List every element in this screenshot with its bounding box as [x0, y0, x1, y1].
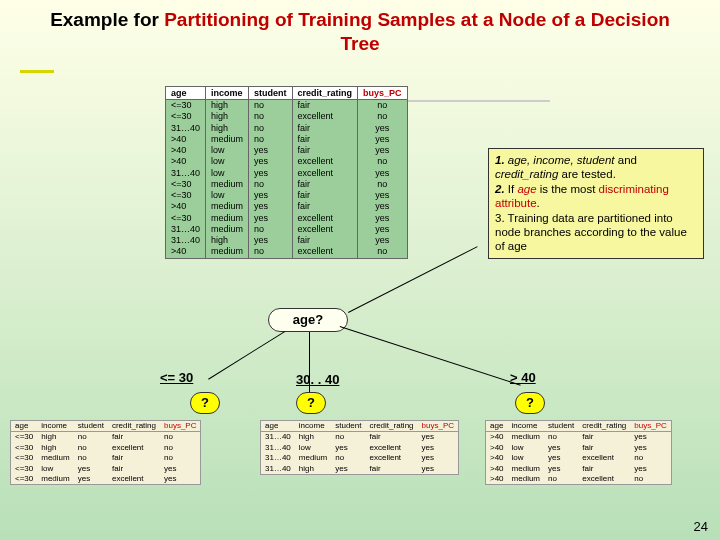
col-header: age [166, 87, 206, 100]
table-row: >40mediumnoexcellentno [486, 474, 672, 485]
col-header: income [508, 421, 544, 432]
table-row: <=30mediumyesexcellentyes [11, 474, 201, 485]
col-header: credit_rating [292, 87, 358, 100]
partition-table-left: ageincomestudentcredit_ratingbuys_PC<=30… [10, 420, 201, 485]
table-row: >40mediumnofairyes [166, 134, 408, 145]
child-node-1: ? [190, 392, 220, 414]
col-header: buys_PC [358, 87, 408, 100]
table-row: 31…40lowyesexcellentyes [166, 168, 408, 179]
table-row: >40lowyesfairyes [486, 443, 672, 453]
table-row: <=30lowyesfairyes [166, 190, 408, 201]
table-row: <=30highnofairno [11, 432, 201, 443]
col-header: buys_PC [160, 421, 201, 432]
col-header: income [295, 421, 331, 432]
table-row: <=30mediumnofairno [11, 453, 201, 463]
table-row: 31…40mediumnoexcellentyes [261, 453, 459, 463]
branch-label-mid: 30. . 40 [296, 372, 339, 387]
table-row: 31…40highnofairyes [261, 432, 459, 443]
table-row: >40lowyesexcellentno [486, 453, 672, 463]
table-row: >40mediumyesfairyes [166, 201, 408, 212]
table-row: 31…40mediumnoexcellentyes [166, 224, 408, 235]
tree-edge-left [208, 331, 285, 380]
col-header: age [486, 421, 508, 432]
table-row: >40mediumnofairyes [486, 432, 672, 443]
col-header: buys_PC [418, 421, 459, 432]
col-header: credit_rating [578, 421, 630, 432]
title-red: Partitioning of Training Samples at a No… [164, 9, 670, 54]
col-header: student [544, 421, 578, 432]
table-row: <=30mediumnofairno [166, 179, 408, 190]
table-row: 31…40highyesfairyes [261, 464, 459, 475]
partition-table-right: ageincomestudentcredit_ratingbuys_PC>40m… [485, 420, 672, 485]
page-number: 24 [694, 519, 708, 534]
col-header: buys_PC [630, 421, 671, 432]
col-header: student [74, 421, 108, 432]
col-header: income [206, 87, 249, 100]
slide-title: Example for Partitioning of Training Sam… [0, 0, 720, 60]
decision-node-age: age? [268, 308, 348, 332]
table-row: 31…40highnofairyes [166, 123, 408, 134]
table-row: >40mediumyesfairyes [486, 464, 672, 474]
table-row: >40mediumnoexcellentno [166, 246, 408, 258]
col-header: student [249, 87, 293, 100]
table-row: >40lowyesfairyes [166, 145, 408, 156]
col-header: credit_rating [108, 421, 160, 432]
table-row: <=30highnoexcellentno [166, 111, 408, 122]
table-row: 31…40lowyesexcellentyes [261, 443, 459, 453]
child-node-2: ? [296, 392, 326, 414]
title-pre: Example for [50, 9, 164, 30]
col-header: credit_rating [366, 421, 418, 432]
child-node-3: ? [515, 392, 545, 414]
table-row: 31…40highyesfairyes [166, 235, 408, 246]
col-header: student [331, 421, 365, 432]
partition-table-mid: ageincomestudentcredit_ratingbuys_PC31…4… [260, 420, 459, 475]
col-header: income [37, 421, 73, 432]
col-header: age [261, 421, 295, 432]
table-row: <=30highnofairno [166, 100, 408, 112]
explanation-callout: 1. age, income, student and credit_ratin… [488, 148, 704, 259]
tree-edge-right [340, 326, 521, 386]
table-row: <=30highnoexcellentno [11, 443, 201, 453]
table-row: <=30mediumyesexcellentyes [166, 213, 408, 224]
col-header: age [11, 421, 38, 432]
table-row: >40lowyesexcellentno [166, 156, 408, 167]
branch-label-right: > 40 [510, 370, 536, 385]
table-row: <=30lowyesfairyes [11, 464, 201, 474]
branch-label-left: <= 30 [160, 370, 193, 385]
training-data-table: ageincomestudentcredit_ratingbuys_PC <=3… [165, 86, 408, 259]
accent-bar [20, 70, 54, 73]
